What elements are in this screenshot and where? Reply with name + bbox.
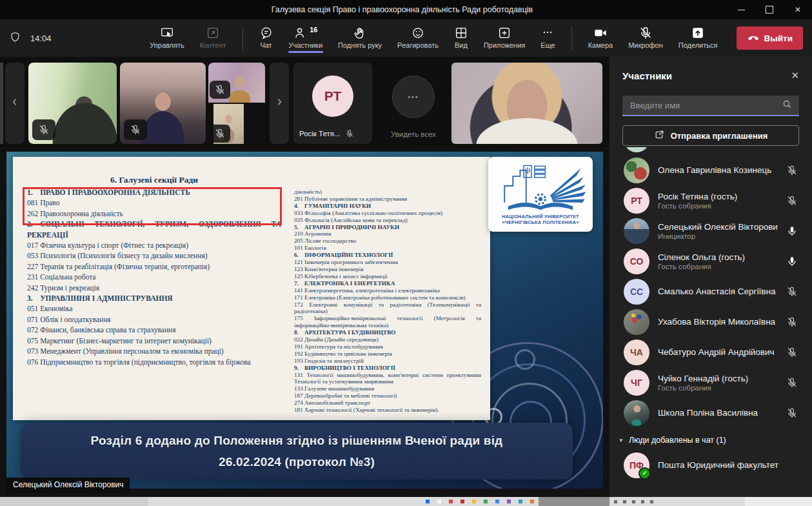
taskbar-segment bbox=[745, 497, 812, 506]
mic-muted-icon[interactable] bbox=[786, 316, 798, 328]
tile-mute-badge bbox=[124, 119, 147, 140]
chat-added-section-header[interactable]: ▼ Люди добавлены в чат (1) bbox=[609, 428, 812, 450]
slide-line: 6. ІНФОРМАЦІЙНІ ТЕХНОЛОГІЇ bbox=[294, 252, 481, 259]
mic-muted-icon[interactable] bbox=[786, 347, 798, 358]
avatar bbox=[624, 309, 649, 335]
chat-icon bbox=[259, 26, 273, 40]
close-button[interactable]: ✕ bbox=[784, 0, 812, 19]
avatar-video-tile[interactable]: РТ Росік Тетя... bbox=[293, 63, 372, 144]
participant-role: Гость собрания bbox=[658, 263, 778, 270]
slide-banner: Розділ 6 додано до Положення згідно із р… bbox=[21, 423, 573, 480]
slide-line: 072 Фінанси, банківська справа та страху… bbox=[27, 325, 281, 335]
section-label: Люди добавлены в чат (1) bbox=[629, 436, 726, 445]
shield-icon bbox=[9, 31, 21, 46]
participant-row[interactable]: ПФ ✓ Пошта Юридичний факультет bbox=[609, 450, 812, 480]
maximize-button[interactable] bbox=[755, 0, 784, 19]
mic-on-icon[interactable] bbox=[786, 225, 798, 237]
participant-row[interactable]: ЧГ Чуйко Геннадій (гость) Гость собрания bbox=[609, 367, 812, 398]
react-button[interactable]: Реагировать bbox=[391, 23, 444, 54]
panel-close-button[interactable]: ✕ bbox=[791, 70, 799, 81]
participant-row[interactable]: ЧА Чебатуро Андрій Андрійович bbox=[609, 337, 812, 367]
slide-line: 133 Галузеве машинобудування bbox=[294, 385, 481, 392]
video-tile[interactable] bbox=[28, 63, 117, 144]
taskbar-app-icons[interactable] bbox=[426, 500, 534, 503]
chat-button[interactable]: Чат bbox=[253, 23, 279, 54]
slide-line: 131 Технології машинобудування, комп'юте… bbox=[294, 372, 481, 386]
send-invite-button[interactable]: Отправка приглашения bbox=[622, 125, 799, 146]
tile-mute-badge bbox=[32, 119, 55, 140]
participant-row[interactable]: СО Сіленок Ольга (гость) Гость собрания bbox=[609, 246, 812, 276]
search-input[interactable] bbox=[629, 100, 777, 111]
red-highlight-box bbox=[23, 187, 282, 225]
see-all-ellipsis-icon[interactable]: ••• bbox=[392, 76, 435, 118]
toolbar-divider bbox=[243, 26, 243, 50]
video-tile-group[interactable] bbox=[208, 63, 265, 144]
participant-row[interactable]: СС Смалько Анастасія Сергіївна bbox=[609, 276, 812, 307]
slide-line: 210 Агрономія bbox=[294, 230, 481, 238]
desktop-taskbar[interactable] bbox=[0, 497, 812, 506]
slide-line: 191 Архітектура та містобудування bbox=[294, 343, 481, 350]
slide-line: 071 Облік і оподаткування bbox=[27, 314, 281, 325]
participant-role: Инициатор bbox=[658, 232, 778, 240]
camera-button[interactable]: Камера bbox=[582, 23, 619, 54]
participants-icon: 16 bbox=[293, 26, 317, 40]
tile-mute-badge bbox=[210, 125, 230, 143]
mic-muted-icon bbox=[639, 26, 653, 40]
mic-muted-icon bbox=[345, 129, 354, 138]
mic-on-icon[interactable] bbox=[786, 256, 798, 267]
share-button[interactable]: Поделиться bbox=[673, 23, 724, 54]
minimize-button[interactable] bbox=[727, 0, 755, 19]
taskbar-segment bbox=[539, 497, 609, 506]
slide-line: 181 Харчові технології (Харчові технолог… bbox=[294, 407, 481, 414]
participant-search[interactable] bbox=[622, 96, 799, 116]
slide-line: 187 Деревообробні та меблеві технології bbox=[294, 392, 481, 400]
mic-muted-icon[interactable] bbox=[786, 195, 798, 207]
participants-button[interactable]: 16 Участники bbox=[283, 23, 329, 54]
filmstrip-prev-button[interactable] bbox=[5, 63, 25, 144]
mic-button[interactable]: Микрофон bbox=[622, 23, 669, 54]
raise-hand-button[interactable]: Поднять руку bbox=[332, 23, 388, 54]
slide-line: 227 Терапія та реабілітація (Фізична тер… bbox=[27, 261, 281, 272]
leave-button[interactable]: Выйти bbox=[737, 26, 804, 50]
content-button[interactable]: Контент bbox=[194, 23, 232, 54]
slide-line: 281 Публічне управління та адмініструван… bbox=[294, 196, 481, 203]
view-button[interactable]: Вид bbox=[448, 23, 474, 54]
window-title: Галузева секція Право і правоохоронна ді… bbox=[0, 5, 727, 14]
slide-line: 121 Інженерія програмного забезпечення bbox=[294, 259, 481, 266]
invite-share-icon bbox=[654, 129, 665, 142]
smiley-icon bbox=[411, 26, 425, 40]
filmstrip-next-button[interactable] bbox=[270, 63, 289, 144]
participant-row[interactable]: Ухабова Вікторія Миколаївна bbox=[609, 307, 812, 337]
avatar bbox=[624, 218, 649, 244]
see-all-label: Увидеть всех bbox=[377, 130, 450, 138]
participant-name: Смалько Анастасія Сергіївна bbox=[658, 287, 778, 296]
taskbar-tray-icons[interactable] bbox=[614, 500, 653, 503]
slide-line: 7. ЕЛЕКТРОНІКА І ЕНЕРГЕТИКА bbox=[294, 280, 481, 287]
chevron-left-icon bbox=[10, 97, 20, 110]
partially-scrolled-avatar bbox=[624, 147, 649, 154]
participant-row[interactable]: Селецький Олексій Вікторович Инициатор bbox=[609, 216, 812, 246]
apps-button[interactable]: Приложения bbox=[478, 23, 531, 54]
mic-muted-icon[interactable] bbox=[786, 377, 798, 389]
more-button[interactable]: Еще bbox=[535, 23, 560, 54]
minimize-icon bbox=[738, 10, 745, 10]
see-all-tile[interactable]: ••• Увидеть всех bbox=[377, 63, 450, 144]
slide-line: 172 Електронні комунікації та радіотехні… bbox=[294, 301, 481, 316]
participant-name: Ухабова Вікторія Миколаївна bbox=[658, 317, 778, 327]
mic-muted-icon[interactable] bbox=[786, 286, 798, 298]
mic-muted-icon[interactable] bbox=[786, 407, 798, 419]
toolbar-divider bbox=[571, 26, 572, 50]
participant-row[interactable]: Олена Гаврилівна Козинець bbox=[609, 155, 812, 185]
participant-name: Селецький Олексій Вікторович bbox=[658, 222, 778, 232]
manage-button[interactable]: Управлять bbox=[144, 23, 190, 54]
video-tile[interactable] bbox=[120, 63, 206, 144]
participant-row[interactable]: РТ Росік Тетяна (гость) Гость собрания bbox=[609, 185, 812, 216]
banner-text-line1: Розділ 6 додано до Положення згідно із р… bbox=[91, 430, 503, 451]
participant-row[interactable]: Школа Поліна Василівна bbox=[609, 398, 812, 428]
slide-right-column: діяльність)281 Публічне управління та ад… bbox=[294, 187, 481, 414]
mic-muted-icon[interactable] bbox=[786, 165, 798, 176]
toolbar-items: Управлять Контент Чат 16 Участ bbox=[144, 23, 803, 54]
avatar: СС bbox=[624, 279, 649, 305]
hangup-icon bbox=[747, 31, 760, 46]
active-speaker-tile[interactable] bbox=[451, 63, 602, 144]
